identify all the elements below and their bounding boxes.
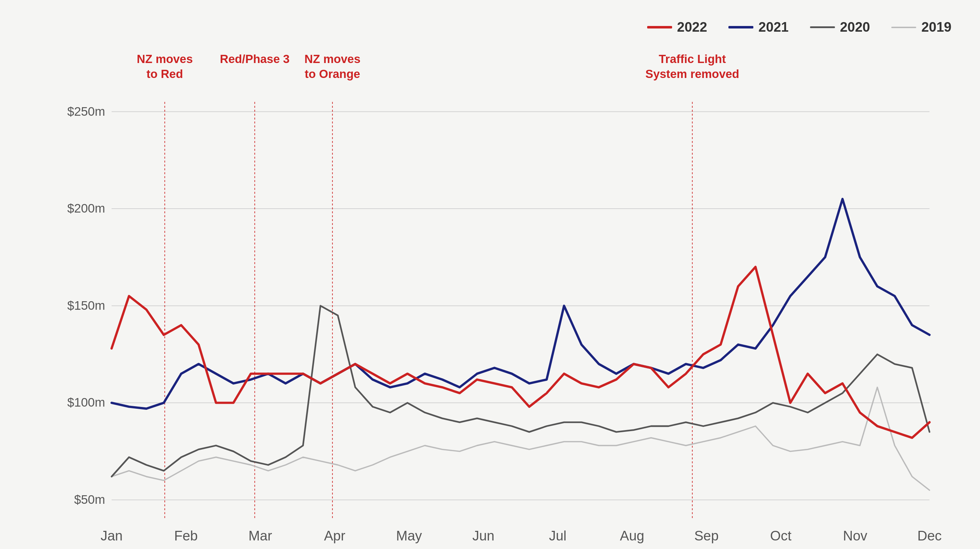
svg-text:Jun: Jun: [472, 528, 494, 543]
svg-text:Oct: Oct: [770, 528, 791, 543]
svg-text:Nov: Nov: [843, 528, 868, 543]
chart-svg: $250m$200m$150m$100m$50mJanFebMarAprMayJ…: [57, 50, 951, 506]
svg-text:System removed: System removed: [645, 67, 739, 81]
svg-text:$100m: $100m: [67, 395, 105, 409]
svg-text:Aug: Aug: [620, 528, 644, 543]
svg-text:Feb: Feb: [174, 528, 198, 543]
legend-item-2019: 2019: [891, 20, 951, 35]
chart-area: $250m$200m$150m$100m$50mJanFebMarAprMayJ…: [57, 50, 951, 506]
svg-text:NZ moves: NZ moves: [304, 52, 360, 65]
legend-item-2020: 2020: [810, 20, 870, 35]
svg-text:Sep: Sep: [694, 528, 718, 543]
svg-text:Jan: Jan: [100, 528, 123, 543]
svg-text:Red/Phase 3: Red/Phase 3: [220, 52, 290, 65]
legend: 2022202120202019: [647, 20, 951, 35]
svg-text:to Orange: to Orange: [305, 67, 360, 81]
svg-text:$250m: $250m: [67, 105, 105, 118]
svg-text:Dec: Dec: [917, 528, 942, 543]
svg-text:Mar: Mar: [248, 528, 272, 543]
svg-text:$200m: $200m: [67, 202, 105, 215]
svg-text:NZ moves: NZ moves: [137, 52, 193, 65]
svg-text:$150m: $150m: [67, 299, 105, 312]
legend-item-2022: 2022: [647, 20, 707, 35]
legend-item-2021: 2021: [729, 20, 789, 35]
chart-container: 2022202120202019 $250m$200m$150m$100m$50…: [0, 0, 980, 549]
svg-text:May: May: [396, 528, 422, 543]
svg-text:to Red: to Red: [146, 67, 183, 81]
svg-text:Traffic Light: Traffic Light: [659, 52, 726, 65]
svg-text:Jul: Jul: [549, 528, 566, 543]
svg-text:$50m: $50m: [74, 493, 105, 506]
svg-text:Apr: Apr: [324, 528, 345, 543]
